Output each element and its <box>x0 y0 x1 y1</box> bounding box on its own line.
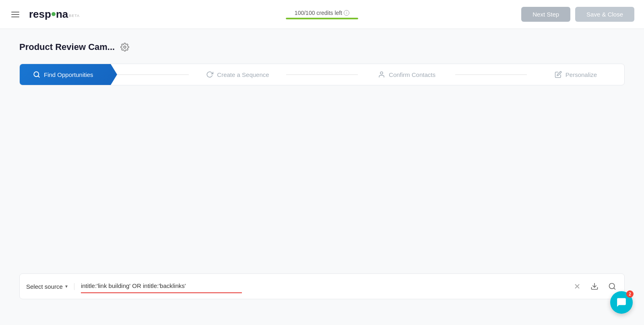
step-connector-3 <box>455 75 527 75</box>
step-contacts-label: Confirm Contacts <box>389 71 436 78</box>
step-confirm-contacts[interactable]: Confirm Contacts <box>358 64 455 85</box>
refresh-icon <box>206 70 214 79</box>
credits-label: 100/100 credits left <box>295 10 342 16</box>
step-personalize-label: Personalize <box>566 71 597 78</box>
header-center: 100/100 credits left i <box>286 10 358 19</box>
edit-icon <box>554 70 562 79</box>
svg-point-0 <box>124 46 126 48</box>
logo-dot <box>52 12 56 16</box>
content-area <box>19 98 625 203</box>
step-personalize[interactable]: Personalize <box>527 64 624 85</box>
search-bar-actions <box>572 281 618 292</box>
clear-search-button[interactable] <box>572 281 582 292</box>
step-create-sequence[interactable]: Create a Sequence <box>189 64 286 85</box>
chevron-down-icon: ▾ <box>65 284 68 289</box>
next-step-button[interactable]: Next Step <box>521 7 570 22</box>
person-icon <box>378 70 386 79</box>
step-connector-1 <box>117 75 189 75</box>
credits-bar <box>286 18 358 19</box>
search-button[interactable] <box>607 281 618 292</box>
hamburger-menu[interactable] <box>10 10 21 19</box>
step-find-label: Find Opportunities <box>44 71 93 78</box>
chat-badge: 2 <box>626 290 634 298</box>
svg-point-3 <box>380 72 383 74</box>
credits-display: 100/100 credits left i <box>295 10 349 16</box>
steps-nav: Find Opportunities Create a Sequence <box>19 64 625 85</box>
download-button[interactable] <box>589 281 600 292</box>
header-right: Next Step Save & Close <box>521 7 634 22</box>
logo-beta: BETA <box>69 14 80 18</box>
logo-text-start: resp <box>29 8 51 21</box>
credits-bar-fill <box>286 18 358 19</box>
campaign-title-row: Product Review Cam... <box>19 42 625 52</box>
search-input-underline <box>81 292 242 293</box>
credits-info-icon[interactable]: i <box>344 10 349 16</box>
svg-line-8 <box>614 288 615 290</box>
header: resp na BETA 100/100 credits left i Next… <box>0 0 644 29</box>
main-content: Product Review Cam... Find Opportunities <box>0 29 644 325</box>
search-icon <box>33 70 41 79</box>
header-left: resp na BETA <box>10 8 80 21</box>
step-connector-2 <box>286 75 358 75</box>
search-bar: Select source ▾ <box>19 273 625 299</box>
save-close-button[interactable]: Save & Close <box>575 7 634 22</box>
select-source-label: Select source <box>26 283 63 290</box>
chat-bubble[interactable]: 2 <box>610 291 633 314</box>
logo: resp na BETA <box>29 8 80 21</box>
search-input-wrapper <box>81 282 566 291</box>
step-sequence-label: Create a Sequence <box>217 71 269 78</box>
step-find-opportunities[interactable]: Find Opportunities <box>20 64 117 85</box>
logo-text-end: na <box>56 8 68 21</box>
search-input[interactable] <box>81 282 566 291</box>
select-source-dropdown[interactable]: Select source ▾ <box>26 283 74 290</box>
campaign-title: Product Review Cam... <box>19 42 115 52</box>
gear-icon[interactable] <box>120 42 130 52</box>
svg-line-2 <box>38 76 39 77</box>
